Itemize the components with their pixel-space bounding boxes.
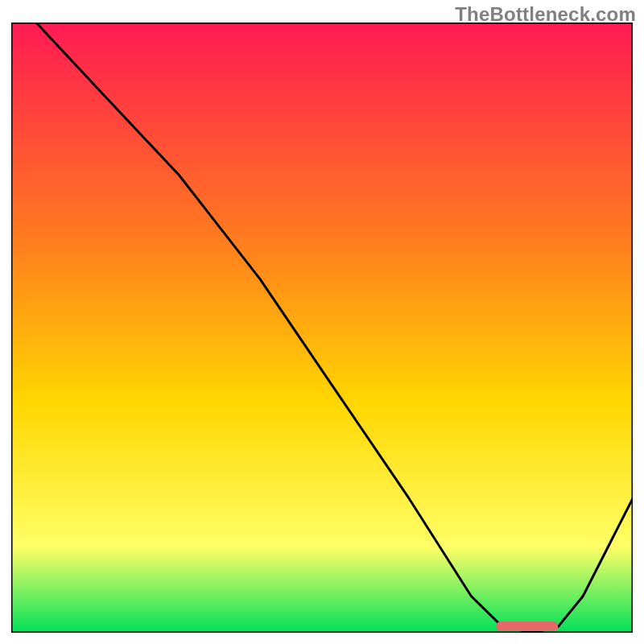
plot-area [11, 23, 633, 633]
gradient-background [11, 23, 633, 633]
chart-svg [11, 23, 633, 633]
chart-container: TheBottleneck.com [0, 0, 644, 644]
optimum-marker [496, 621, 558, 631]
